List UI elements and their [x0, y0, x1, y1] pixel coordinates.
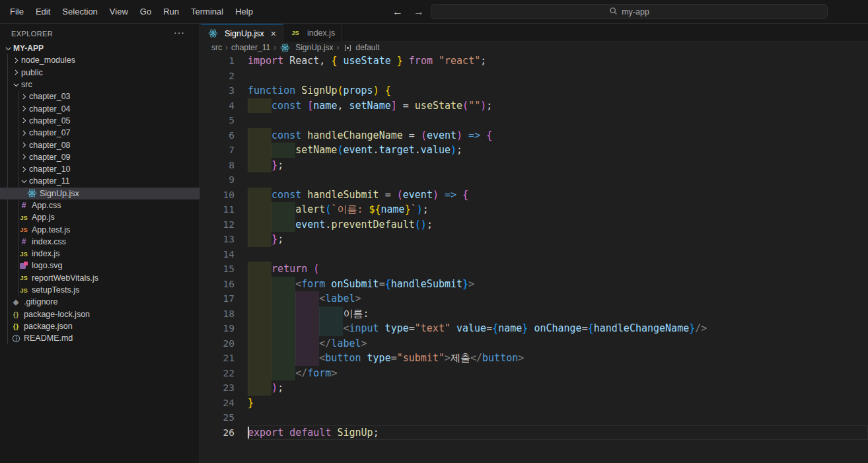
- code-line-21[interactable]: 21<button type="submit">제출</button>: [201, 351, 868, 366]
- chevron-right-icon[interactable]: [18, 91, 29, 102]
- menu-file[interactable]: File: [4, 4, 30, 20]
- tree-file-signup.jsx[interactable]: SignUp.jsx: [0, 188, 199, 199]
- tab-label: SignUp.jsx: [225, 29, 264, 38]
- indent-rainbow-block: [271, 306, 295, 322]
- tree-file-index.js[interactable]: JSindex.js: [0, 248, 199, 260]
- chevron-right-icon[interactable]: [11, 67, 21, 78]
- code-line-2[interactable]: 2: [201, 69, 868, 84]
- tree-file-package-lock.json[interactable]: {}package-lock.json: [0, 308, 199, 320]
- line-number: 17: [201, 291, 235, 306]
- tree-folder-node_modules[interactable]: node_modules: [0, 54, 199, 66]
- code-line-4[interactable]: 4const [name, setName] = useState("");: [201, 98, 868, 114]
- tree-folder-chapter_11[interactable]: chapter_11: [0, 175, 199, 187]
- chevron-down-icon[interactable]: [11, 79, 21, 90]
- tree-file-logo.svg[interactable]: logo.svg: [0, 260, 199, 271]
- tab-signup.jsx[interactable]: SignUp.jsx×: [201, 24, 283, 42]
- line-number: 25: [201, 410, 235, 425]
- tree-file-readme.md[interactable]: README.md: [0, 332, 199, 344]
- menu-view[interactable]: View: [104, 4, 134, 20]
- tree-item-label: App.js: [32, 213, 55, 222]
- indent-rainbow-block: [271, 143, 295, 158]
- indent-rainbow-block: [248, 351, 271, 366]
- chevron-right-icon[interactable]: [18, 116, 29, 126]
- code-line-24[interactable]: 24}: [201, 396, 868, 411]
- code-line-9[interactable]: 9: [201, 172, 868, 188]
- chevron-right-icon[interactable]: [18, 104, 29, 114]
- chevron-down-icon[interactable]: [18, 176, 29, 186]
- tree-file-app.js[interactable]: JSApp.js: [0, 211, 199, 223]
- chevron-down-icon[interactable]: [3, 43, 13, 53]
- code-line-23[interactable]: 23);: [201, 380, 868, 396]
- menu-run[interactable]: Run: [157, 4, 185, 20]
- code-line-14[interactable]: 14: [201, 247, 868, 262]
- code-line-17[interactable]: 17<label>: [201, 291, 868, 306]
- chevron-right-icon[interactable]: [18, 127, 29, 138]
- menu-edit[interactable]: Edit: [30, 4, 56, 20]
- text-cursor: [248, 427, 249, 439]
- breadcrumb-item-default[interactable]: default: [343, 43, 380, 52]
- tree-file-package.json[interactable]: {}package.json: [0, 320, 199, 332]
- tree-item-label: chapter_11: [29, 176, 70, 186]
- code-line-5[interactable]: 5: [201, 113, 868, 128]
- code-line-25[interactable]: 25: [201, 410, 868, 425]
- code-line-6[interactable]: 6const handleChangeName = (event) => {: [201, 128, 868, 143]
- tree-folder-public[interactable]: public: [0, 67, 199, 79]
- code-line-11[interactable]: 11alert(`이름: ${name}`);: [201, 202, 868, 217]
- code-line-3[interactable]: 3function SignUp(props) {: [201, 83, 868, 98]
- tree-folder-chapter_05[interactable]: chapter_05: [0, 115, 199, 127]
- tree-folder-src[interactable]: src: [0, 79, 199, 90]
- tab-index.js[interactable]: JSindex.js: [283, 24, 342, 42]
- tree-file-setuptests.js[interactable]: JSsetupTests.js: [0, 284, 199, 296]
- code-line-7[interactable]: 7setName(event.target.value);: [201, 143, 868, 158]
- nav-arrows: ← →: [392, 0, 424, 24]
- code-line-18[interactable]: 18이름:: [201, 306, 868, 322]
- menu-selection[interactable]: Selection: [56, 4, 103, 20]
- tree-folder-chapter_03[interactable]: chapter_03: [0, 90, 199, 102]
- tree-item-label: setupTests.js: [32, 285, 79, 295]
- code-line-8[interactable]: 8};: [201, 158, 868, 173]
- indent-rainbow-block: [271, 366, 295, 381]
- tree-folder-chapter_04[interactable]: chapter_04: [0, 102, 199, 114]
- tab-close-icon[interactable]: ×: [271, 29, 276, 38]
- menu-go[interactable]: Go: [134, 4, 157, 20]
- breadcrumb-item-src[interactable]: src: [211, 43, 222, 52]
- code-line-15[interactable]: 15return (: [201, 262, 868, 277]
- tree-file-app.css[interactable]: #App.css: [0, 199, 199, 211]
- chevron-right-icon[interactable]: [18, 140, 29, 151]
- code-line-1[interactable]: 1import React, { useState } from "react"…: [201, 53, 868, 69]
- tree-file-index.css[interactable]: #index.css: [0, 236, 199, 248]
- code-line-10[interactable]: 10const handleSubmit = (event) => {: [201, 188, 868, 203]
- command-center-search[interactable]: my-app: [431, 4, 828, 19]
- menu-help[interactable]: Help: [229, 4, 259, 20]
- explorer-more-actions-button[interactable]: ···: [174, 27, 185, 38]
- breadcrumb-item-chapter_11[interactable]: chapter_11: [231, 43, 270, 52]
- tree-folder-chapter_09[interactable]: chapter_09: [0, 151, 199, 163]
- chevron-right-icon[interactable]: [18, 152, 29, 162]
- code-line-20[interactable]: 20</label>: [201, 336, 868, 351]
- chevron-right-icon[interactable]: [11, 55, 21, 65]
- react-icon: [207, 28, 218, 38]
- code-line-26[interactable]: 26export default SignUp;: [201, 425, 868, 441]
- code-line-12[interactable]: 12event.preventDefault();: [201, 217, 868, 232]
- indent-rainbow-block: [319, 306, 343, 322]
- menu-terminal[interactable]: Terminal: [185, 4, 229, 20]
- tree-file-.gitignore[interactable]: ◈.gitignore: [0, 296, 199, 308]
- nav-back-button[interactable]: ←: [392, 6, 403, 18]
- tree-file-app.test.js[interactable]: JSApp.test.js: [0, 223, 199, 235]
- code-line-19[interactable]: 19<input type="text" value={name} onChan…: [201, 321, 868, 336]
- code-line-16[interactable]: 16<form onSubmit={handleSubmit}>: [201, 277, 868, 292]
- tree-file-reportwebvitals.js[interactable]: JSreportWebVitals.js: [0, 272, 199, 284]
- code-editor[interactable]: 1import React, { useState } from "react"…: [201, 53, 868, 463]
- breadcrumb-item-signup.jsx[interactable]: SignUp.jsx: [279, 43, 333, 53]
- nav-forward-button[interactable]: →: [414, 6, 424, 18]
- code-line-13[interactable]: 13};: [201, 232, 868, 247]
- chevron-right-icon[interactable]: [18, 164, 29, 174]
- tree-folder-chapter_10[interactable]: chapter_10: [0, 163, 199, 175]
- tree-folder-chapter_07[interactable]: chapter_07: [0, 127, 199, 139]
- tree-folder-chapter_08[interactable]: chapter_08: [0, 139, 199, 151]
- tree-folder-my-app[interactable]: MY-APP: [0, 42, 199, 54]
- tree-item-label: chapter_07: [29, 128, 71, 137]
- breadcrumb: src›chapter_11›SignUp.jsx›default: [201, 42, 868, 53]
- line-number: 16: [201, 277, 235, 292]
- code-line-22[interactable]: 22</form>: [201, 366, 868, 381]
